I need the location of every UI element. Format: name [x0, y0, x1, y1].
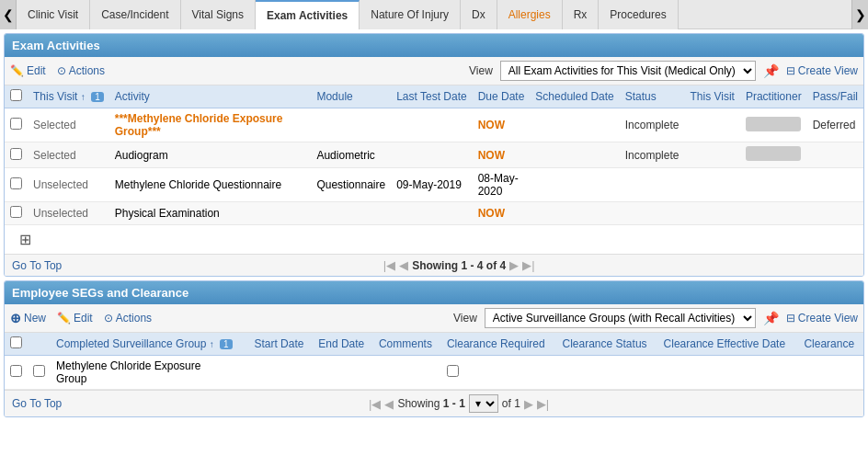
seg-th-completed-group[interactable]: Completed Surveillance Group ↑ 1 [51, 333, 248, 356]
row-selection: Selected [28, 108, 109, 142]
seg-last-page-btn[interactable]: ▶| [537, 397, 549, 411]
seg-th-start-date: Start Date [248, 333, 313, 356]
row-practitioner [740, 202, 807, 225]
row-due-date: NOW [473, 202, 531, 225]
row-scheduled-date [530, 168, 619, 202]
edit-label: Edit [27, 64, 46, 77]
actions-label: Actions [69, 64, 105, 77]
tab-rx[interactable]: Rx [563, 0, 600, 29]
row-this-visit2 [684, 108, 739, 142]
row-pass-fail [807, 168, 863, 202]
seg-next-page-btn[interactable]: ▶ [524, 397, 533, 411]
seg-row-clearance-status [557, 356, 658, 390]
seg-create-view-button[interactable]: ⊟ Create View [786, 312, 858, 325]
seg-edit-label: Edit [74, 312, 93, 325]
select-all-checkbox[interactable] [10, 89, 22, 101]
th-pass-fail: Pass/Fail [807, 85, 863, 108]
row-practitioner [740, 108, 807, 142]
seg-row-checkbox-cell [5, 356, 28, 390]
row-activity: Methylene Chloride Questionnaire [109, 168, 312, 202]
row-checkbox-cell [5, 202, 28, 225]
seg-clearance-panel: Employee SEGs and Clearance ⊕ New ✏️ Edi… [4, 280, 864, 417]
row-checkbox[interactable] [10, 118, 22, 130]
row-due-date: 08-May-2020 [473, 168, 531, 202]
seg-row-comments [373, 356, 441, 390]
table-row: Unselected Physical Examination NOW [5, 202, 863, 225]
pin-icon[interactable]: 📌 [763, 63, 779, 78]
nav-right-arrow[interactable]: ❯ [851, 0, 868, 29]
seg-page-dropdown[interactable]: ▾ [469, 394, 498, 413]
th-due-date: Due Date [473, 85, 531, 108]
row-last-test-date [391, 108, 473, 142]
seg-badge: 1 [220, 339, 233, 349]
tab-dx[interactable]: Dx [461, 0, 497, 29]
row-pass-fail [807, 202, 863, 225]
tab-case-incident[interactable]: Case/Incident [90, 0, 180, 29]
first-page-btn[interactable]: |◀ [383, 258, 395, 272]
edit-icon: ✏️ [10, 64, 24, 77]
tab-nature-of-injury[interactable]: Nature Of Injury [360, 0, 461, 29]
seg-th-comments: Comments [373, 333, 441, 356]
tab-clinic-visit[interactable]: Clinic Visit [17, 0, 90, 29]
seg-row-checkbox-cell2 [28, 356, 51, 390]
go-to-top-link[interactable]: Go To Top [12, 259, 62, 272]
row-practitioner [740, 168, 807, 202]
seg-th-checkbox2 [28, 333, 51, 356]
tab-vital-signs[interactable]: Vital Signs [181, 0, 256, 29]
seg-of-text: of 1 [502, 397, 520, 410]
plus-icon: ⊕ [10, 311, 21, 325]
view-select[interactable]: All Exam Activities for This Visit (Medi… [500, 61, 756, 81]
seg-actions-button[interactable]: ⊙ Actions [104, 312, 152, 325]
row-activity: Physical Examination [109, 202, 312, 225]
seg-row-end-date [313, 356, 373, 390]
seg-clearance-toolbar: ⊕ New ✏️ Edit ⊙ Actions View Active Surv… [5, 304, 863, 333]
row-checkbox[interactable] [10, 177, 22, 189]
clearance-required-checkbox[interactable] [447, 365, 459, 377]
seg-toolbar-right: View Active Surveillance Groups (with Re… [453, 308, 858, 328]
seg-pin-icon[interactable]: 📌 [763, 311, 779, 325]
seg-th-checkbox [5, 333, 28, 356]
row-last-test-date [391, 142, 473, 168]
seg-first-page-btn[interactable]: |◀ [369, 397, 381, 411]
row-scheduled-date [530, 202, 619, 225]
create-view-button[interactable]: ⊟ Create View [786, 64, 858, 77]
seg-prev-page-btn[interactable]: ◀ [384, 397, 394, 411]
new-button[interactable]: ⊕ New [10, 311, 46, 325]
row-due-date: NOW [473, 108, 531, 142]
th-last-test-date: Last Test Date [391, 85, 473, 108]
next-page-btn[interactable]: ▶ [509, 258, 519, 272]
practitioner-blurred [746, 117, 801, 131]
seg-row-checkbox[interactable] [10, 365, 22, 377]
seg-th-clearance-required: Clearance Required [441, 333, 557, 356]
actions-button[interactable]: ⊙ Actions [57, 64, 105, 77]
seg-th-clearance: Clearance [798, 333, 863, 356]
nav-left-arrow[interactable]: ❮ [0, 0, 17, 29]
seg-edit-button[interactable]: ✏️ Edit [57, 312, 93, 325]
row-checkbox[interactable] [10, 148, 22, 160]
seg-select-all-checkbox[interactable] [10, 336, 22, 348]
top-navigation: ❮ Clinic Visit Case/Incident Vital Signs… [0, 0, 868, 29]
seg-clearance-title: Employee SEGs and Clearance [12, 286, 188, 300]
tab-allergies[interactable]: Allergies [497, 0, 563, 29]
row-selection: Selected [28, 142, 109, 168]
seg-actions-icon: ⊙ [104, 312, 113, 325]
last-page-btn[interactable]: ▶| [522, 258, 534, 272]
row-checkbox[interactable] [10, 206, 22, 218]
edit-button[interactable]: ✏️ Edit [10, 64, 46, 77]
row-last-test-date [391, 202, 473, 225]
row-status: Incomplete [620, 108, 685, 142]
row-this-visit2 [684, 168, 739, 202]
tab-procedures[interactable]: Procedures [599, 0, 678, 29]
row-status [620, 168, 685, 202]
seg-row-checkbox2[interactable] [33, 365, 45, 377]
th-this-visit[interactable]: This Visit ↑ 1 [28, 85, 109, 108]
row-last-test-date: 09-May-2019 [391, 168, 473, 202]
exam-activities-toolbar: ✏️ Edit ⊙ Actions View All Exam Activiti… [5, 57, 863, 85]
seg-go-to-top-link[interactable]: Go To Top [12, 397, 62, 410]
tab-exam-activities[interactable]: Exam Activities [256, 0, 360, 29]
row-module [311, 202, 391, 225]
grid-icon[interactable]: ⊞ [19, 231, 31, 248]
prev-page-btn[interactable]: ◀ [399, 258, 408, 272]
th-status: Status [620, 85, 685, 108]
seg-view-select[interactable]: Active Surveillance Groups (with Recall … [485, 308, 756, 328]
